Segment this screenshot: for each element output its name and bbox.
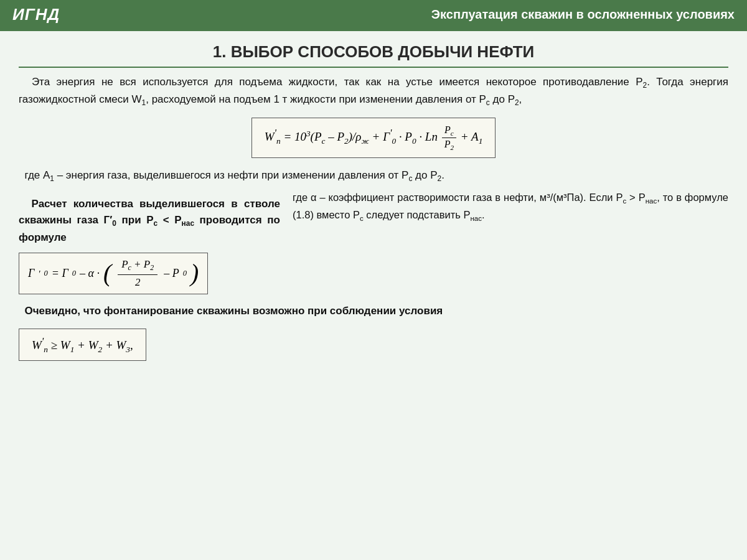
right-paren: ) [190,261,199,286]
content-area: 1. ВЫБОР СПОСОБОВ ДОБЫЧИ НЕФТИ Эта энерг… [0,31,747,560]
paragraph-1: Эта энергия не вся используется для подъ… [19,74,728,110]
header-logo: ИГНД [12,5,60,24]
formula-3-text: W'п ≥ W1 + W2 + W3, [32,338,133,352]
bottom-section: Очевидно, что фонтанирование скважины во… [19,303,728,366]
page-title: 1. ВЫБОР СПОСОБОВ ДОБЫЧИ НЕФТИ [19,37,728,68]
column-left: Расчет количества выделившегося в стволе… [19,190,280,297]
column-right: где α – коэффициент растворимости газа в… [293,190,728,297]
two-column-section: Расчет количества выделившегося в стволе… [19,190,728,297]
paragraph-3-left: Расчет количества выделившегося в стволе… [19,196,280,245]
formula-3-container: W'п ≥ W1 + W2 + W3, [19,324,728,366]
header: ИГНД Эксплуатация скважин в осложненных … [0,0,747,29]
paragraph-3-right: где α – коэффициент растворимости газа в… [293,192,728,220]
formula-1-text: W'п = 103(Pс – P2)/ρж + Г'0 · P0 · Ln Pс… [265,130,483,143]
paragraph-2: где А1 – энергия газа, выделившегося из … [19,167,728,185]
header-title: Эксплуатация скважин в осложненных услов… [431,7,735,22]
formula-1-box: W'п = 103(Pс – P2)/ρж + Г'0 · P0 · Ln Pс… [251,118,496,158]
fraction-pc-p2: Pс P2 [442,124,456,151]
formula-3-box: W'п ≥ W1 + W2 + W3, [19,329,146,361]
formula-2-box: Г'0 = Г0 – α · ( Pс + P2 2 – P0 ) [19,253,208,294]
left-paren: ( [103,261,111,286]
paragraph-4: Очевидно, что фонтанирование скважины во… [19,303,728,319]
formula-2-text: Г'0 = Г0 – α · ( Pс + P2 2 – P0 ) [28,258,199,288]
page: ИГНД Эксплуатация скважин в осложненных … [0,0,747,560]
formula-2-container: Г'0 = Г0 – α · ( Pс + P2 2 – P0 ) [19,250,280,296]
formula-1-container: W'п = 103(Pс – P2)/ρж + Г'0 · P0 · Ln Pс… [19,114,728,161]
